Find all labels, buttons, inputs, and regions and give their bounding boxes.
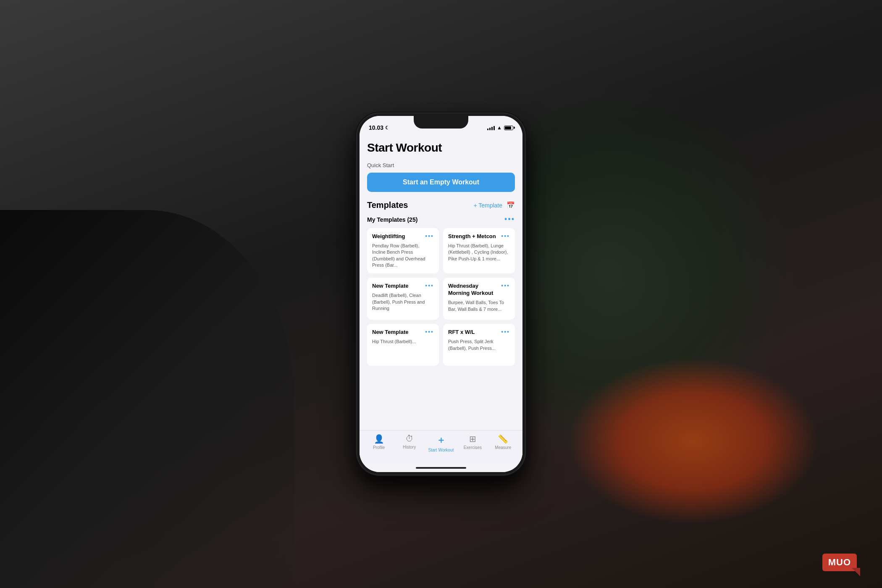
tab-label-profile: Profile xyxy=(373,445,385,450)
template-card-3[interactable]: Wednesday Morning Workout ••• Burpee, Wa… xyxy=(443,278,515,320)
moon-icon: ☾ xyxy=(385,125,389,131)
scene: 10.03 ☾ ▲ xyxy=(0,0,882,588)
templates-header: Templates + Template 📅 xyxy=(367,200,515,210)
scroll-area: Start Workout Quick Start Start an Empty… xyxy=(360,134,522,430)
tab-exercises[interactable]: ⊞ Exercises xyxy=(461,434,484,450)
phone-wrapper: 10.03 ☾ ▲ xyxy=(357,113,525,475)
home-bar xyxy=(416,467,466,469)
muo-watermark: MUO xyxy=(822,554,857,571)
template-card-more-1[interactable]: ••• xyxy=(501,233,510,239)
template-card-name-4: New Template xyxy=(372,329,425,336)
template-card-more-3[interactable]: ••• xyxy=(501,283,510,289)
status-icons: ▲ xyxy=(487,125,513,131)
bg-decoration-orange xyxy=(567,357,819,525)
template-card-exercises-2: Deadlift (Barbell), Clean (Barbell), Pus… xyxy=(372,292,434,312)
start-empty-workout-button[interactable]: Start an Empty Workout xyxy=(367,173,515,192)
template-card-name-5: RFT x W/L xyxy=(448,329,501,336)
my-templates-more-button[interactable]: ••• xyxy=(504,215,515,224)
my-templates-label: My Templates (25) xyxy=(367,216,417,223)
tab-history[interactable]: ⏱ History xyxy=(398,434,421,449)
tab-label-measure: Measure xyxy=(495,445,511,450)
templates-actions: + Template 📅 xyxy=(473,201,515,209)
quick-start-label: Quick Start xyxy=(367,162,515,168)
template-card-exercises-4: Hip Thrust (Barbell)... xyxy=(372,339,434,345)
template-card-more-5[interactable]: ••• xyxy=(501,329,510,335)
status-time: 10.03 ☾ xyxy=(369,124,389,131)
template-card-5[interactable]: RFT x W/L ••• Push Press, Split Jerk (Ba… xyxy=(443,324,515,366)
phone-screen: 10.03 ☾ ▲ xyxy=(360,116,522,472)
wifi-icon: ▲ xyxy=(497,125,502,131)
calendar-icon[interactable]: 📅 xyxy=(507,201,515,209)
templates-title: Templates xyxy=(367,200,408,210)
template-card-2[interactable]: New Template ••• Deadlift (Barbell), Cle… xyxy=(367,278,439,320)
measure-icon: 📏 xyxy=(498,434,508,444)
home-indicator xyxy=(360,464,522,472)
tab-label-start-workout: Start Workout xyxy=(428,448,454,452)
tab-label-exercises: Exercises xyxy=(464,445,482,450)
template-card-0[interactable]: Weightlifting ••• Pendlay Row (Barbell),… xyxy=(367,228,439,273)
template-card-exercises-1: Hip Thrust (Barbell), Lunge (Kettlebell)… xyxy=(448,243,510,262)
template-card-exercises-5: Push Press, Split Jerk (Barbell), Push P… xyxy=(448,339,510,352)
profile-icon: 👤 xyxy=(374,434,384,444)
template-card-name-3: Wednesday Morning Workout xyxy=(448,283,501,297)
tab-measure[interactable]: 📏 Measure xyxy=(491,434,514,450)
template-card-1[interactable]: Strength + Metcon ••• Hip Thrust (Barbel… xyxy=(443,228,515,273)
template-card-name-1: Strength + Metcon xyxy=(448,233,501,240)
time-display: 10.03 xyxy=(369,124,383,131)
template-card-more-2[interactable]: ••• xyxy=(425,283,434,289)
tab-bar: 👤 Profile ⏱ History ＋ Start Workout xyxy=(360,430,522,464)
signal-bars-icon xyxy=(487,125,495,130)
template-grid: Weightlifting ••• Pendlay Row (Barbell),… xyxy=(367,228,515,366)
tab-profile[interactable]: 👤 Profile xyxy=(368,434,391,450)
template-card-name-2: New Template xyxy=(372,283,425,290)
screen-content: Start Workout Quick Start Start an Empty… xyxy=(360,134,522,472)
add-template-button[interactable]: + Template xyxy=(473,202,502,209)
template-card-4[interactable]: New Template ••• Hip Thrust (Barbell)... xyxy=(367,324,439,366)
phone-device: 10.03 ☾ ▲ xyxy=(357,113,525,475)
history-icon: ⏱ xyxy=(405,434,414,444)
exercises-icon: ⊞ xyxy=(469,434,476,444)
tab-label-history: History xyxy=(403,445,416,449)
battery-icon xyxy=(504,126,513,130)
start-workout-icon: ＋ xyxy=(436,434,446,446)
page-title: Start Workout xyxy=(367,141,515,155)
template-card-more-4[interactable]: ••• xyxy=(425,329,434,335)
template-card-exercises-0: Pendlay Row (Barbell), Incline Bench Pre… xyxy=(372,243,434,269)
notch xyxy=(414,116,468,129)
template-card-more-0[interactable]: ••• xyxy=(425,233,434,239)
template-card-exercises-3: Burpee, Wall Balls, Toes To Bar, Wall Ba… xyxy=(448,299,510,312)
tab-start-workout[interactable]: ＋ Start Workout xyxy=(428,434,454,452)
bg-decoration-hand xyxy=(0,210,294,588)
template-card-name-0: Weightlifting xyxy=(372,233,425,240)
my-templates-row: My Templates (25) ••• xyxy=(367,215,515,224)
